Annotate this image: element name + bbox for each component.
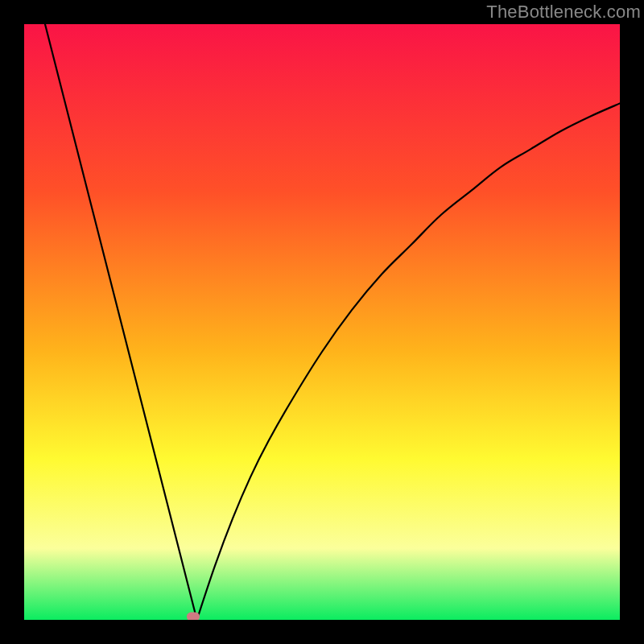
plot-area [24,24,620,620]
chart-frame: TheBottleneck.com [0,0,644,644]
watermark-text: TheBottleneck.com [486,2,641,23]
bottleneck-curve [24,24,620,620]
optimum-marker [187,613,200,620]
